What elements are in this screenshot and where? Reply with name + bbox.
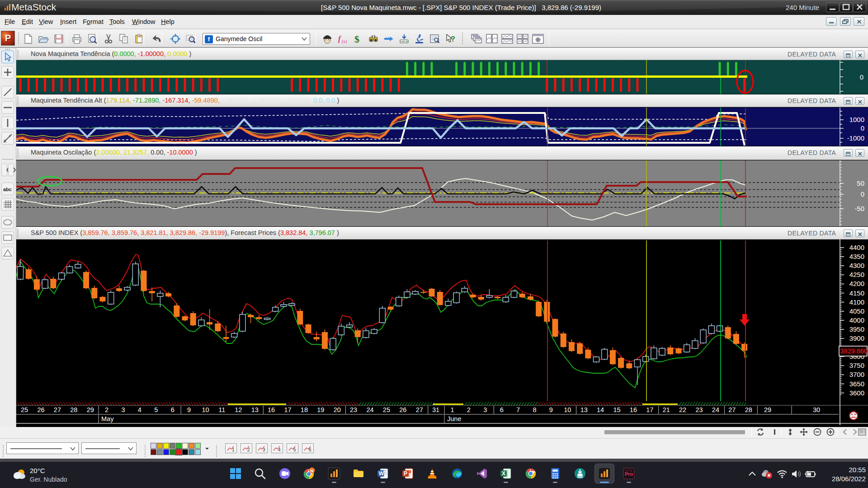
svg-text:3600: 3600	[849, 389, 864, 397]
svg-text:5: 5	[154, 406, 158, 413]
svg-text:30: 30	[813, 406, 820, 413]
svg-text:22: 22	[679, 406, 686, 413]
svg-text:(x): (x)	[342, 39, 347, 44]
svg-text:26: 26	[399, 406, 406, 413]
svg-text:abc: abc	[3, 187, 12, 192]
svg-text:13: 13	[580, 406, 588, 413]
svg-text:4250: 4250	[849, 271, 864, 278]
svg-text:4100: 4100	[849, 298, 864, 306]
svg-text:L: L	[9, 134, 11, 137]
svg-text:June: June	[447, 415, 461, 422]
svg-text:14: 14	[597, 406, 604, 413]
svg-text:4400: 4400	[849, 244, 864, 251]
svg-text:4: 4	[278, 447, 281, 452]
svg-text:50: 50	[857, 179, 864, 187]
svg-text:3650: 3650	[849, 380, 864, 388]
svg-text:0: 0	[860, 73, 863, 81]
svg-text:$: $	[354, 33, 359, 44]
svg-text:4350: 4350	[849, 253, 864, 260]
svg-text:27: 27	[728, 406, 736, 413]
svg-text:4300: 4300	[849, 262, 864, 269]
svg-text:27: 27	[416, 406, 423, 413]
svg-text:25: 25	[383, 406, 390, 413]
svg-text:23: 23	[350, 406, 357, 413]
svg-text:16: 16	[630, 406, 637, 413]
svg-text:4000: 4000	[849, 316, 864, 324]
svg-text:May: May	[101, 415, 114, 422]
svg-text:1: 1	[450, 406, 454, 413]
svg-text:12: 12	[235, 406, 242, 413]
svg-text:X: X	[502, 470, 505, 477]
svg-text:P: P	[404, 470, 407, 477]
svg-text:4150: 4150	[849, 289, 864, 297]
svg-text:1: 1	[232, 447, 235, 452]
svg-text:21: 21	[663, 406, 670, 413]
svg-text:f: f	[338, 34, 342, 43]
svg-text:17: 17	[646, 406, 653, 413]
svg-text:Pro: Pro	[625, 471, 633, 477]
svg-text:0: 0	[861, 124, 864, 132]
svg-text:2: 2	[105, 406, 108, 413]
svg-text:3750: 3750	[849, 361, 864, 369]
svg-text:6: 6	[309, 447, 311, 452]
svg-text:?: ?	[451, 35, 455, 43]
svg-text:20: 20	[334, 406, 341, 413]
svg-text:25: 25	[21, 406, 28, 413]
svg-text:0: 0	[861, 190, 864, 198]
svg-text:S: S	[4, 139, 6, 143]
svg-text:1000: 1000	[849, 116, 864, 123]
svg-text:7: 7	[516, 406, 520, 413]
svg-text:6: 6	[500, 406, 504, 413]
svg-text:10: 10	[202, 406, 209, 413]
svg-text:18: 18	[301, 406, 308, 413]
svg-text:3: 3	[263, 447, 265, 452]
svg-text:9: 9	[187, 406, 191, 413]
svg-text:24: 24	[366, 406, 373, 413]
svg-text:27: 27	[54, 406, 61, 413]
svg-text:15: 15	[613, 406, 620, 413]
svg-text:26: 26	[37, 406, 44, 413]
svg-text:29: 29	[764, 406, 771, 413]
svg-text:24: 24	[712, 406, 719, 413]
svg-text:6: 6	[171, 406, 175, 413]
svg-text:19: 19	[317, 406, 324, 413]
svg-text:3900: 3900	[849, 334, 864, 342]
svg-text:10: 10	[564, 406, 571, 413]
svg-text:3950: 3950	[849, 325, 864, 333]
svg-text:4050: 4050	[849, 307, 864, 315]
svg-text:W: W	[379, 470, 384, 477]
svg-text:-50: -50	[854, 205, 864, 212]
svg-text:2: 2	[247, 447, 250, 452]
svg-text:2: 2	[467, 406, 471, 413]
svg-text:4: 4	[138, 406, 142, 413]
svg-text:17: 17	[284, 406, 291, 413]
svg-text:9: 9	[549, 406, 553, 413]
svg-text:31: 31	[432, 406, 439, 413]
svg-text:28: 28	[70, 406, 77, 413]
svg-text:16: 16	[268, 406, 275, 413]
svg-text:29: 29	[87, 406, 94, 413]
svg-text:5: 5	[293, 447, 296, 452]
svg-text:3: 3	[121, 406, 125, 413]
svg-text:3: 3	[483, 406, 487, 413]
svg-text:28: 28	[745, 406, 752, 413]
svg-text:3700: 3700	[849, 371, 864, 378]
svg-text:13: 13	[251, 406, 259, 413]
svg-text:23: 23	[695, 406, 703, 413]
svg-text:11: 11	[218, 406, 225, 413]
svg-text:3829.860: 3829.860	[840, 347, 868, 355]
svg-text:4200: 4200	[849, 280, 864, 287]
svg-text:8: 8	[533, 406, 536, 413]
svg-text:N: N	[311, 469, 314, 473]
svg-text:-1000: -1000	[847, 134, 864, 142]
